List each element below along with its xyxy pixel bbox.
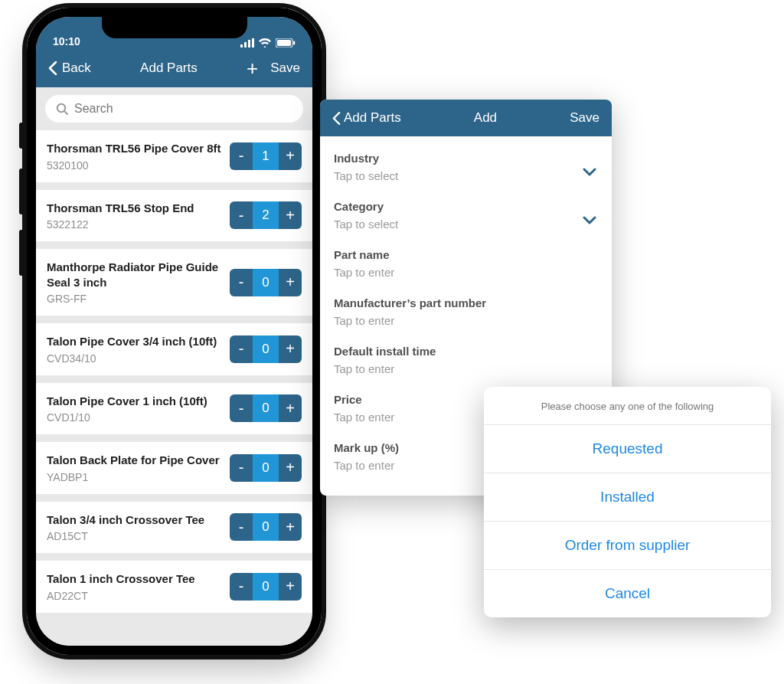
status-right [240, 38, 296, 47]
chevron-down-icon [583, 216, 596, 225]
decrement-button[interactable]: - [230, 201, 253, 229]
list-item[interactable]: Talon 1 inch Crossover Tee AD22CT - 0 + [36, 561, 312, 613]
list-item[interactable]: Talon Pipe Cover 1 inch (10ft) CVD1/10 -… [36, 383, 312, 435]
phone-frame: 10:10 Back Add Parts + Save [27, 8, 322, 655]
category-field[interactable]: Category Tap to select [334, 192, 598, 241]
quantity-stepper: - 0 + [230, 454, 302, 482]
sheet-option-cancel[interactable]: Cancel [484, 570, 771, 617]
panel-title: Add [474, 110, 497, 126]
part-name: Manthorpe Radiator Pipe Guide Seal 3 inc… [47, 260, 222, 290]
field-placeholder: Tap to enter [334, 266, 598, 279]
svg-rect-1 [244, 42, 247, 47]
part-name: Thorsman TRL56 Stop End [47, 201, 222, 216]
increment-button[interactable]: + [279, 142, 302, 170]
increment-button[interactable]: + [279, 269, 302, 296]
sheet-option-order[interactable]: Order from supplier [484, 522, 771, 570]
part-sku: CVD34/10 [47, 352, 222, 365]
phone-side-button [19, 123, 24, 149]
field-label: Manufacturer’s part number [334, 296, 598, 309]
svg-rect-6 [293, 41, 295, 45]
industry-field[interactable]: Industry Tap to select [334, 144, 598, 192]
save-button[interactable]: Save [270, 61, 300, 76]
list-item[interactable]: Thorsman TRL56 Pipe Cover 8ft 5320100 - … [36, 130, 312, 182]
part-name: Talon Pipe Cover 1 inch (10ft) [47, 394, 222, 409]
parts-list[interactable]: Thorsman TRL56 Pipe Cover 8ft 5320100 - … [36, 130, 312, 646]
decrement-button[interactable]: - [230, 513, 253, 541]
back-label: Back [62, 61, 91, 76]
quantity-value: 0 [253, 513, 279, 541]
phone-notch [102, 17, 247, 38]
search-bar [36, 87, 312, 130]
quantity-stepper: - 0 + [230, 513, 302, 541]
panel-back-button[interactable]: Add Parts [332, 110, 401, 126]
svg-rect-0 [240, 44, 243, 47]
quantity-value: 0 [253, 573, 279, 601]
svg-line-8 [64, 111, 67, 114]
decrement-button[interactable]: - [230, 335, 253, 363]
part-name: Talon 3/4 inch Crossover Tee [47, 512, 222, 528]
part-sku: GRS-FF [47, 293, 222, 305]
install-time-field[interactable]: Default install time Tap to enter [334, 337, 598, 385]
increment-button[interactable]: + [279, 454, 302, 482]
quantity-stepper: - 0 + [230, 573, 302, 601]
quantity-value: 0 [253, 454, 279, 482]
panel-back-label: Add Parts [344, 110, 401, 126]
svg-rect-3 [252, 38, 254, 47]
part-name: Talon 1 inch Crossover Tee [47, 571, 222, 587]
quantity-value: 0 [253, 269, 279, 296]
mpn-field[interactable]: Manufacturer’s part number Tap to enter [334, 289, 598, 337]
add-button[interactable]: + [247, 58, 258, 78]
part-sku: 5320100 [47, 159, 222, 172]
decrement-button[interactable]: - [230, 142, 253, 170]
decrement-button[interactable]: - [230, 573, 253, 601]
field-label: Category [334, 200, 598, 213]
sheet-option-installed[interactable]: Installed [484, 473, 771, 522]
phone-side-button [19, 230, 24, 276]
decrement-button[interactable]: - [230, 394, 253, 422]
field-label: Part name [334, 248, 598, 261]
increment-button[interactable]: + [279, 335, 302, 363]
list-item[interactable]: Manthorpe Radiator Pipe Guide Seal 3 inc… [36, 249, 312, 316]
svg-rect-5 [277, 40, 291, 46]
chevron-down-icon [583, 168, 596, 177]
action-sheet: Please choose any one of the following R… [484, 387, 771, 617]
sheet-option-requested[interactable]: Requested [484, 425, 771, 473]
part-sku: AD22CT [47, 590, 222, 602]
decrement-button[interactable]: - [230, 269, 253, 296]
cellular-icon [240, 38, 254, 47]
page-title: Add Parts [140, 61, 198, 76]
list-item[interactable]: Talon Pipe Cover 3/4 inch (10ft) CVD34/1… [36, 323, 312, 375]
part-name: Thorsman TRL56 Pipe Cover 8ft [47, 141, 222, 156]
decrement-button[interactable]: - [230, 454, 253, 482]
quantity-stepper: - 0 + [230, 269, 302, 296]
field-placeholder: Tap to enter [334, 362, 598, 375]
chevron-left-icon [332, 112, 341, 125]
status-time: 10:10 [53, 35, 80, 47]
increment-button[interactable]: + [279, 394, 302, 422]
quantity-value: 0 [253, 394, 279, 422]
part-name: Talon Back Plate for Pipe Cover [47, 453, 222, 468]
search-field[interactable] [45, 95, 303, 123]
svg-rect-2 [248, 40, 250, 47]
field-placeholder: Tap to select [334, 169, 598, 182]
increment-button[interactable]: + [279, 513, 302, 541]
phone-screen: 10:10 Back Add Parts + Save [36, 17, 312, 646]
quantity-value: 2 [253, 201, 279, 229]
phone-side-button [19, 169, 24, 214]
battery-icon [276, 38, 296, 47]
field-label: Industry [334, 152, 598, 165]
part-name: Talon Pipe Cover 3/4 inch (10ft) [47, 334, 222, 349]
list-item[interactable]: Thorsman TRL56 Stop End 5322122 - 2 + [36, 190, 312, 242]
part-name-field[interactable]: Part name Tap to enter [334, 241, 598, 289]
quantity-stepper: - 0 + [230, 335, 302, 363]
search-input[interactable] [74, 102, 292, 116]
list-item[interactable]: Talon Back Plate for Pipe Cover YADBP1 -… [36, 442, 312, 494]
field-placeholder: Tap to enter [334, 314, 598, 327]
back-button[interactable]: Back [48, 61, 91, 76]
list-item[interactable]: Talon 3/4 inch Crossover Tee AD15CT - 0 … [36, 502, 312, 554]
search-icon [56, 103, 68, 115]
increment-button[interactable]: + [279, 573, 302, 601]
panel-save-button[interactable]: Save [570, 110, 599, 126]
quantity-value: 1 [253, 142, 279, 170]
increment-button[interactable]: + [279, 201, 302, 229]
